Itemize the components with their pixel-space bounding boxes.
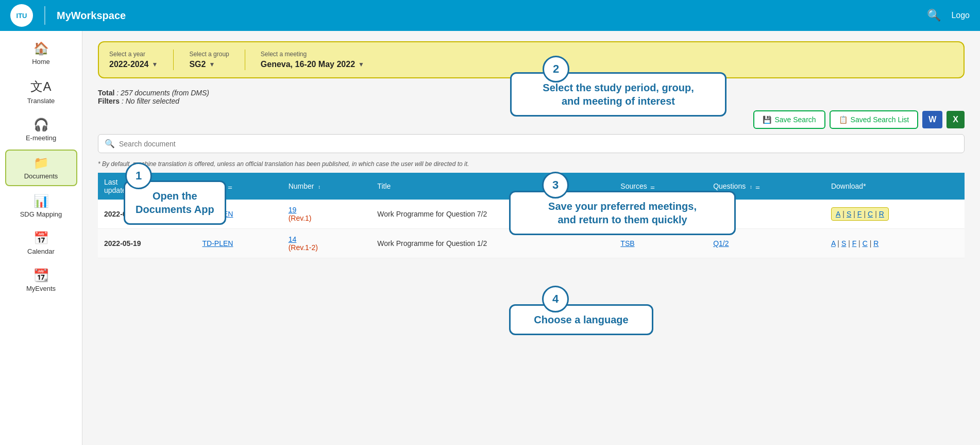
sort-icon-number[interactable]: ↕ bbox=[318, 184, 320, 190]
callout-circle-1: 1 bbox=[125, 162, 152, 189]
callout-circle-2: 2 bbox=[543, 56, 569, 83]
search-bar: 🔍 bbox=[98, 134, 965, 153]
meeting-filter-value: Geneva, 16-20 May 2022 ▼ bbox=[261, 60, 364, 69]
callout-circle-4: 4 bbox=[542, 286, 569, 312]
header-right: 🔍 Logo bbox=[927, 9, 970, 22]
dl-a-2[interactable]: A bbox=[831, 239, 836, 248]
col-number: Number ↕ bbox=[282, 173, 371, 200]
documents-icon: 📁 bbox=[33, 156, 49, 170]
group-filter-label: Select a group bbox=[189, 51, 229, 58]
translate-icon: 文A bbox=[30, 78, 51, 95]
sidebar-item-home[interactable]: 🏠 Home bbox=[5, 36, 77, 71]
cell-last-updated-2: 2022-05-19 bbox=[98, 229, 196, 258]
cell-type-2: TD-PLEN bbox=[196, 229, 282, 258]
filter-icon-type[interactable]: ⚌ bbox=[228, 184, 232, 190]
dl-f-1[interactable]: F bbox=[857, 210, 862, 218]
callout-4: Choose a language bbox=[509, 304, 653, 335]
sidebar-label-documents: Documents bbox=[24, 172, 58, 180]
number-link-1[interactable]: 19 bbox=[289, 206, 297, 214]
filter-divider-1 bbox=[173, 50, 174, 70]
callout-4-text: Choose a language bbox=[534, 314, 628, 325]
col-download: Download* bbox=[825, 173, 965, 200]
dl-c-1[interactable]: C bbox=[868, 210, 873, 218]
export-excel-button[interactable]: X bbox=[947, 111, 965, 128]
sidebar-item-sdg[interactable]: 📊 SDG Mapping bbox=[5, 189, 77, 223]
type-link-2[interactable]: TD-PLEN bbox=[202, 239, 233, 248]
content-area: Select a year 2022-2024 ▼ Select a group… bbox=[82, 31, 980, 445]
saved-search-list-button[interactable]: 📋 Saved Search List bbox=[830, 110, 919, 129]
calendar-icon: 📅 bbox=[33, 231, 49, 245]
number-link-2[interactable]: 14 bbox=[289, 235, 297, 243]
sidebar-label-emeeting: E-meeting bbox=[26, 134, 56, 142]
rev-1: (Rev.1) bbox=[289, 214, 312, 222]
header-divider bbox=[44, 6, 45, 25]
dl-a-1[interactable]: A bbox=[836, 210, 840, 218]
header-title: MyWorkspace bbox=[57, 10, 126, 22]
callout-3: Save your preferred meetings,and return … bbox=[509, 191, 736, 235]
sources-link-2[interactable]: TSB bbox=[620, 239, 634, 248]
sdg-icon: 📊 bbox=[33, 194, 49, 208]
cell-number-1: 19 (Rev.1) bbox=[282, 200, 371, 229]
cell-download-2: A | S | F | C | R bbox=[825, 229, 965, 258]
sidebar-item-calendar[interactable]: 📅 Calendar bbox=[5, 226, 77, 260]
disclaimer-note: * By default, machine translation is off… bbox=[98, 160, 965, 168]
save-search-button[interactable]: 💾 Save Search bbox=[753, 110, 825, 129]
sidebar-label-sdg: SDG Mapping bbox=[20, 210, 62, 218]
callout-1-text: Open theDocuments App bbox=[136, 190, 214, 215]
search-input[interactable] bbox=[119, 140, 274, 148]
sidebar-label-myevents: MyEvents bbox=[26, 285, 56, 292]
year-filter-label: Select a year bbox=[109, 51, 158, 58]
sidebar-item-myevents[interactable]: 📆 MyEvents bbox=[5, 263, 77, 298]
filter-icon-questions[interactable]: ⚌ bbox=[755, 184, 760, 190]
group-dropdown-arrow: ▼ bbox=[209, 61, 215, 68]
callout-circle-3: 3 bbox=[542, 172, 569, 199]
header-search-icon[interactable]: 🔍 bbox=[927, 9, 941, 22]
export-word-button[interactable]: W bbox=[922, 111, 942, 128]
header-logo-area: ITU MyWorkspace bbox=[10, 4, 126, 27]
dl-c-2[interactable]: C bbox=[863, 239, 868, 248]
callout-3-text: Save your preferred meetings,and return … bbox=[548, 201, 697, 225]
dl-s-2[interactable]: S bbox=[841, 239, 846, 248]
sort-icon-questions[interactable]: ↕ bbox=[750, 184, 752, 190]
meeting-filter-label: Select a meeting bbox=[261, 51, 364, 58]
header: ITU MyWorkspace 🔍 Logo bbox=[0, 0, 980, 31]
dl-s-1[interactable]: S bbox=[847, 210, 851, 218]
home-icon: 🏠 bbox=[33, 41, 49, 56]
download-links-highlighted-1: A | S | F | C | R bbox=[831, 207, 889, 221]
dl-f-2[interactable]: F bbox=[852, 239, 857, 248]
cell-number-2: 14 (Rev.1-2) bbox=[282, 229, 371, 258]
year-filter-value: 2022-2024 ▼ bbox=[109, 60, 158, 69]
meeting-dropdown-arrow: ▼ bbox=[358, 61, 364, 68]
cell-download-1: A | S | F | C | R bbox=[825, 200, 965, 229]
sidebar: 🏠 Home 文A Translate 🎧 E-meeting 📁 Docume… bbox=[0, 31, 82, 445]
sidebar-label-calendar: Calendar bbox=[27, 248, 55, 255]
year-filter[interactable]: Select a year 2022-2024 ▼ bbox=[109, 51, 158, 69]
meeting-filter[interactable]: Select a meeting Geneva, 16-20 May 2022 … bbox=[261, 51, 364, 69]
rev-2: (Rev.1-2) bbox=[289, 243, 318, 252]
myevents-icon: 📆 bbox=[33, 268, 49, 283]
itu-logo: ITU bbox=[10, 4, 33, 27]
callout-2: Select the study period, group,and meeti… bbox=[510, 72, 726, 117]
sidebar-item-documents[interactable]: 📁 Documents bbox=[5, 150, 77, 186]
dl-r-2[interactable]: R bbox=[873, 239, 878, 248]
group-filter-value: SG2 ▼ bbox=[189, 60, 229, 69]
filter-icon-sources[interactable]: ⚌ bbox=[650, 184, 655, 190]
search-bar-icon: 🔍 bbox=[105, 139, 115, 149]
sidebar-label-home: Home bbox=[32, 58, 50, 65]
dl-r-1[interactable]: R bbox=[879, 210, 884, 218]
logout-link[interactable]: Logo bbox=[951, 11, 970, 20]
year-dropdown-arrow: ▼ bbox=[152, 61, 158, 68]
save-search-icon: 💾 bbox=[763, 116, 771, 124]
saved-list-icon: 📋 bbox=[839, 116, 848, 124]
callout-2-text: Select the study period, group,and meeti… bbox=[543, 82, 694, 107]
sidebar-item-emeeting[interactable]: 🎧 E-meeting bbox=[5, 112, 77, 147]
main-layout: 🏠 Home 文A Translate 🎧 E-meeting 📁 Docume… bbox=[0, 31, 980, 445]
sidebar-label-translate: Translate bbox=[27, 97, 55, 105]
sidebar-item-translate[interactable]: 文A Translate bbox=[5, 73, 77, 110]
question-link-2[interactable]: Q1/2 bbox=[713, 239, 729, 248]
group-filter[interactable]: Select a group SG2 ▼ bbox=[189, 51, 229, 69]
emeeting-icon: 🎧 bbox=[33, 118, 49, 132]
filter-divider-2 bbox=[245, 50, 245, 70]
